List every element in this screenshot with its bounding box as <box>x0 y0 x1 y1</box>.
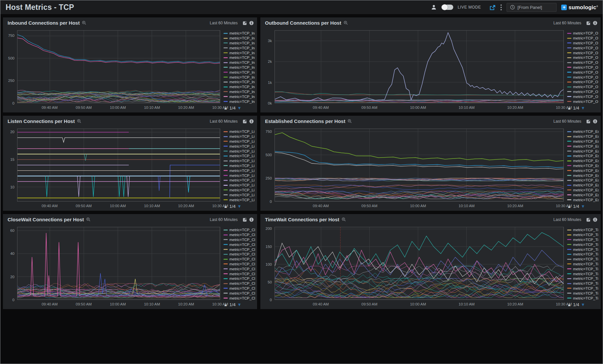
legend-item[interactable]: metric=TCP_O <box>567 45 599 50</box>
legend-item[interactable]: metric=TCP_Es <box>567 168 599 173</box>
legend-item[interactable]: metric=TCP_In <box>223 60 255 65</box>
live-mode-toggle[interactable] <box>441 5 453 10</box>
legend-item[interactable]: metric=TCP_Es <box>567 197 599 202</box>
legend-item[interactable]: metric=TCP_Li <box>223 197 255 202</box>
legend-item[interactable]: metric=TCP_Li <box>223 168 255 173</box>
legend-item[interactable]: metric=TCP_In <box>223 65 255 70</box>
legend-item[interactable]: metric=TCP_Es <box>567 144 599 149</box>
legend-item[interactable]: metric=TCP_Cl <box>223 262 255 267</box>
legend-item[interactable]: metric=TCP_Li <box>223 178 255 183</box>
legend-item[interactable]: metric=TCP_Es <box>567 188 599 193</box>
legend-item[interactable]: metric=TCP_Li <box>223 158 255 163</box>
legend-item[interactable]: metric=TCP_Cl <box>223 276 255 281</box>
legend-item[interactable]: metric=TCP_In <box>223 55 255 60</box>
info-icon[interactable] <box>593 217 597 222</box>
legend-item[interactable]: metric=TCP_In <box>223 99 255 104</box>
chart-area[interactable]: 0k1k2k3k 09:40 AM09:50 AM10:00 AM10:10 A… <box>262 28 565 112</box>
chart-area[interactable]: 0204060 09:40 AM09:50 AM10:00 AM10:10 AM… <box>5 225 221 308</box>
popout-icon[interactable] <box>243 21 248 25</box>
kebab-menu-icon[interactable] <box>500 4 502 11</box>
legend-item[interactable]: metric=TCP_Ti <box>567 291 599 296</box>
legend-item[interactable]: metric=TCP_Ti <box>567 296 599 301</box>
zoom-in-icon[interactable] <box>82 21 86 25</box>
legend-item[interactable]: metric=TCP_O <box>567 50 599 55</box>
legend-item[interactable]: metric=TCP_Es <box>567 129 599 134</box>
legend-item[interactable]: metric=TCP_In <box>223 31 255 36</box>
pager-down-icon[interactable]: ▼ <box>237 204 242 209</box>
legend-item[interactable]: metric=TCP_Cl <box>223 237 255 242</box>
legend-item[interactable]: metric=TCP_Cl <box>223 296 255 301</box>
legend-item[interactable]: metric=TCP_O <box>567 85 599 89</box>
pager-down-icon[interactable]: ▼ <box>581 106 585 110</box>
legend-item[interactable]: metric=TCP_Es <box>567 192 599 197</box>
legend-item[interactable]: metric=TCP_Cl <box>223 242 255 247</box>
legend-item[interactable]: metric=TCP_Li <box>223 144 255 149</box>
legend-item[interactable]: metric=TCP_Li <box>223 129 255 134</box>
zoom-in-icon[interactable] <box>344 21 348 25</box>
info-icon[interactable] <box>249 119 254 124</box>
legend-item[interactable]: metric=TCP_O <box>567 70 599 75</box>
legend-item[interactable]: metric=TCP_Cl <box>223 232 255 237</box>
legend-item[interactable]: metric=TCP_Ti <box>567 286 599 291</box>
user-icon[interactable] <box>431 4 437 10</box>
legend-item[interactable]: metric=TCP_In <box>223 75 255 80</box>
time-range-input[interactable]: [From Panel] <box>507 3 557 12</box>
zoom-in-icon[interactable] <box>77 119 81 123</box>
legend-item[interactable]: metric=TCP_Es <box>567 149 599 154</box>
pager-down-icon[interactable]: ▼ <box>581 302 585 307</box>
zoom-in-icon[interactable] <box>348 119 352 123</box>
legend-item[interactable]: metric=TCP_Es <box>567 134 599 139</box>
chart-area[interactable]: 050100150200 09:40 AM09:50 AM10:00 AM10:… <box>262 225 565 308</box>
legend-item[interactable]: metric=TCP_Li <box>223 154 255 158</box>
legend-item[interactable]: metric=TCP_Cl <box>223 266 255 271</box>
legend-item[interactable]: metric=TCP_Li <box>223 173 255 178</box>
legend-item[interactable]: metric=TCP_Ti <box>567 247 599 252</box>
legend-item[interactable]: metric=TCP_Li <box>223 134 255 139</box>
legend-item[interactable]: metric=TCP_Li <box>223 183 255 188</box>
legend-item[interactable]: metric=TCP_In <box>223 89 255 94</box>
popout-icon[interactable] <box>586 217 591 222</box>
legend-item[interactable]: metric=TCP_O <box>567 41 599 46</box>
legend-item[interactable]: metric=TCP_Cl <box>223 291 255 296</box>
legend-item[interactable]: metric=TCP_O <box>567 55 599 60</box>
legend-item[interactable]: metric=TCP_Li <box>223 192 255 197</box>
legend-item[interactable]: metric=TCP_Cl <box>223 257 255 262</box>
legend-item[interactable]: metric=TCP_In <box>223 94 255 99</box>
legend-item[interactable]: metric=TCP_O <box>567 80 599 85</box>
legend-item[interactable]: metric=TCP_Ti <box>567 276 599 281</box>
legend-item[interactable]: metric=TCP_O <box>567 65 599 70</box>
legend-item[interactable]: metric=TCP_Cl <box>223 252 255 257</box>
legend-item[interactable]: metric=TCP_Li <box>223 139 255 144</box>
legend-item[interactable]: metric=TCP_Li <box>223 149 255 154</box>
legend-item[interactable]: metric=TCP_In <box>223 36 255 41</box>
legend-item[interactable]: metric=TCP_Cl <box>223 228 255 232</box>
legend-item[interactable]: metric=TCP_Es <box>567 158 599 163</box>
legend-item[interactable]: metric=TCP_Ti <box>567 266 599 271</box>
legend-item[interactable]: metric=TCP_Ti <box>567 281 599 286</box>
pager-down-icon[interactable]: ▼ <box>237 302 242 307</box>
legend-item[interactable]: metric=TCP_Ti <box>567 252 599 257</box>
legend-item[interactable]: metric=TCP_Ti <box>567 262 599 267</box>
legend-item[interactable]: metric=TCP_Es <box>567 173 599 178</box>
legend-item[interactable]: metric=TCP_Li <box>223 163 255 168</box>
legend-item[interactable]: metric=TCP_Es <box>567 139 599 144</box>
popout-icon[interactable] <box>243 217 248 222</box>
info-icon[interactable] <box>249 21 254 25</box>
zoom-in-icon[interactable] <box>86 217 91 222</box>
chart-area[interactable]: 0250500750 09:40 AM09:50 AM10:00 AM10:10… <box>5 28 221 112</box>
info-icon[interactable] <box>249 217 254 222</box>
legend-item[interactable]: metric=TCP_In <box>223 70 255 75</box>
legend-item[interactable]: metric=TCP_Ti <box>567 257 599 262</box>
legend-item[interactable]: metric=TCP_Ti <box>567 242 599 247</box>
legend-item[interactable]: metric=TCP_O <box>567 99 599 104</box>
legend-item[interactable]: metric=TCP_Ti <box>567 228 599 232</box>
legend-item[interactable]: metric=TCP_O <box>567 36 599 41</box>
legend-item[interactable]: metric=TCP_Li <box>223 188 255 193</box>
legend-item[interactable]: metric=TCP_In <box>223 50 255 55</box>
legend-item[interactable]: metric=TCP_Es <box>567 163 599 168</box>
legend-item[interactable]: metric=TCP_Ti <box>567 237 599 242</box>
legend-item[interactable]: metric=TCP_O <box>567 75 599 80</box>
chart-area[interactable]: 101520 09:40 AM09:50 AM10:00 AM10:10 AM1… <box>5 127 221 210</box>
legend-item[interactable]: metric=TCP_O <box>567 31 599 36</box>
legend-item[interactable]: metric=TCP_Es <box>567 154 599 158</box>
